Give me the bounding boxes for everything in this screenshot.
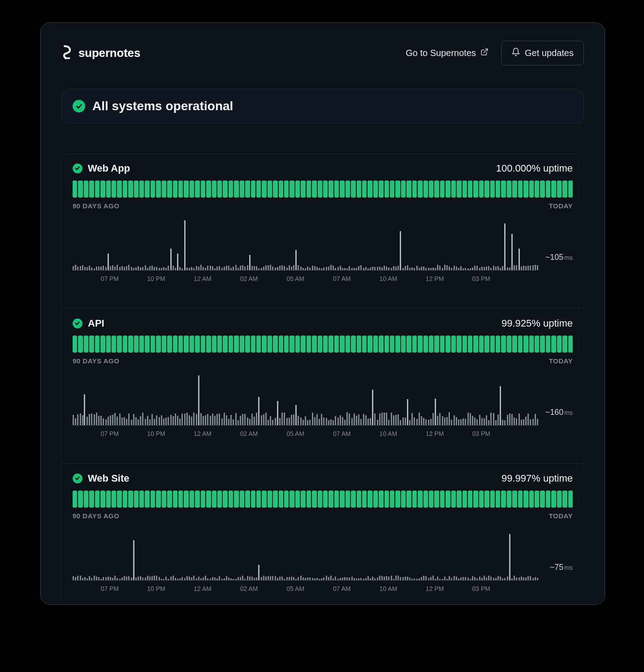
- uptime-day-tick[interactable]: [512, 336, 517, 353]
- uptime-day-tick[interactable]: [295, 336, 300, 353]
- uptime-day-tick[interactable]: [84, 181, 88, 198]
- uptime-day-tick[interactable]: [78, 491, 82, 508]
- uptime-day-tick[interactable]: [301, 336, 305, 353]
- uptime-day-tick[interactable]: [268, 336, 272, 353]
- uptime-day-tick[interactable]: [406, 181, 411, 198]
- uptime-day-tick[interactable]: [367, 336, 372, 353]
- uptime-day-tick[interactable]: [440, 491, 445, 508]
- uptime-day-tick[interactable]: [490, 336, 495, 353]
- uptime-day-tick[interactable]: [279, 336, 283, 353]
- uptime-day-tick[interactable]: [346, 181, 350, 198]
- uptime-bar[interactable]: [73, 491, 573, 508]
- uptime-day-tick[interactable]: [195, 491, 199, 508]
- latency-chart[interactable]: ~105ms07 PM10 PM12 AM02 AM05 AM07 AM10 A…: [73, 217, 573, 297]
- uptime-day-tick[interactable]: [395, 491, 400, 508]
- uptime-day-tick[interactable]: [429, 181, 433, 198]
- uptime-day-tick[interactable]: [412, 336, 417, 353]
- uptime-day-tick[interactable]: [112, 336, 116, 353]
- uptime-day-tick[interactable]: [512, 491, 517, 508]
- uptime-day-tick[interactable]: [318, 491, 322, 508]
- uptime-day-tick[interactable]: [451, 181, 456, 198]
- uptime-day-tick[interactable]: [490, 181, 495, 198]
- uptime-day-tick[interactable]: [424, 491, 428, 508]
- uptime-day-tick[interactable]: [568, 181, 573, 198]
- uptime-day-tick[interactable]: [468, 181, 472, 198]
- uptime-day-tick[interactable]: [178, 336, 183, 353]
- uptime-day-tick[interactable]: [351, 181, 355, 198]
- uptime-day-tick[interactable]: [362, 491, 367, 508]
- uptime-day-tick[interactable]: [551, 491, 556, 508]
- uptime-day-tick[interactable]: [73, 336, 77, 353]
- uptime-day-tick[interactable]: [496, 336, 500, 353]
- uptime-day-tick[interactable]: [190, 336, 194, 353]
- uptime-day-tick[interactable]: [379, 336, 383, 353]
- uptime-day-tick[interactable]: [84, 491, 88, 508]
- uptime-day-tick[interactable]: [546, 336, 550, 353]
- uptime-day-tick[interactable]: [201, 181, 205, 198]
- uptime-day-tick[interactable]: [462, 491, 467, 508]
- uptime-day-tick[interactable]: [151, 336, 155, 353]
- uptime-day-tick[interactable]: [100, 491, 105, 508]
- uptime-day-tick[interactable]: [373, 181, 378, 198]
- uptime-day-tick[interactable]: [484, 491, 489, 508]
- uptime-day-tick[interactable]: [206, 491, 211, 508]
- uptime-day-tick[interactable]: [290, 336, 294, 353]
- uptime-day-tick[interactable]: [307, 336, 311, 353]
- uptime-day-tick[interactable]: [145, 181, 149, 198]
- uptime-day-tick[interactable]: [234, 181, 238, 198]
- uptime-day-tick[interactable]: [551, 336, 556, 353]
- uptime-day-tick[interactable]: [95, 181, 99, 198]
- uptime-day-tick[interactable]: [412, 181, 417, 198]
- uptime-day-tick[interactable]: [390, 491, 394, 508]
- uptime-day-tick[interactable]: [457, 491, 461, 508]
- uptime-day-tick[interactable]: [139, 336, 144, 353]
- uptime-day-tick[interactable]: [529, 336, 534, 353]
- uptime-day-tick[interactable]: [284, 336, 289, 353]
- uptime-day-tick[interactable]: [401, 491, 406, 508]
- uptime-day-tick[interactable]: [512, 181, 517, 198]
- uptime-day-tick[interactable]: [117, 491, 121, 508]
- uptime-day-tick[interactable]: [401, 181, 406, 198]
- uptime-day-tick[interactable]: [123, 491, 127, 508]
- uptime-day-tick[interactable]: [357, 336, 361, 353]
- uptime-day-tick[interactable]: [223, 491, 227, 508]
- uptime-day-tick[interactable]: [245, 181, 250, 198]
- uptime-day-tick[interactable]: [351, 336, 355, 353]
- uptime-day-tick[interactable]: [89, 491, 94, 508]
- uptime-day-tick[interactable]: [323, 181, 328, 198]
- uptime-day-tick[interactable]: [334, 491, 339, 508]
- uptime-day-tick[interactable]: [190, 491, 194, 508]
- uptime-day-tick[interactable]: [385, 181, 389, 198]
- uptime-day-tick[interactable]: [523, 181, 528, 198]
- uptime-day-tick[interactable]: [128, 491, 133, 508]
- uptime-day-tick[interactable]: [385, 336, 389, 353]
- uptime-day-tick[interactable]: [279, 491, 283, 508]
- uptime-day-tick[interactable]: [262, 491, 266, 508]
- uptime-day-tick[interactable]: [457, 181, 461, 198]
- uptime-day-tick[interactable]: [301, 181, 305, 198]
- uptime-day-tick[interactable]: [234, 491, 238, 508]
- uptime-day-tick[interactable]: [184, 491, 188, 508]
- uptime-day-tick[interactable]: [95, 491, 99, 508]
- uptime-day-tick[interactable]: [123, 336, 127, 353]
- uptime-day-tick[interactable]: [145, 336, 149, 353]
- uptime-day-tick[interactable]: [334, 181, 339, 198]
- uptime-day-tick[interactable]: [156, 491, 160, 508]
- uptime-day-tick[interactable]: [346, 336, 350, 353]
- uptime-day-tick[interactable]: [273, 181, 277, 198]
- uptime-day-tick[interactable]: [507, 491, 511, 508]
- uptime-day-tick[interactable]: [557, 491, 562, 508]
- latency-chart[interactable]: ~160ms07 PM10 PM12 AM02 AM05 AM07 AM10 A…: [73, 372, 573, 452]
- uptime-day-tick[interactable]: [462, 336, 467, 353]
- uptime-day-tick[interactable]: [290, 181, 294, 198]
- uptime-day-tick[interactable]: [162, 491, 166, 508]
- uptime-day-tick[interactable]: [156, 181, 160, 198]
- uptime-day-tick[interactable]: [312, 336, 316, 353]
- uptime-day-tick[interactable]: [145, 491, 149, 508]
- uptime-day-tick[interactable]: [379, 491, 383, 508]
- uptime-day-tick[interactable]: [373, 491, 378, 508]
- uptime-day-tick[interactable]: [395, 336, 400, 353]
- uptime-day-tick[interactable]: [139, 491, 144, 508]
- uptime-day-tick[interactable]: [496, 491, 500, 508]
- uptime-day-tick[interactable]: [284, 491, 289, 508]
